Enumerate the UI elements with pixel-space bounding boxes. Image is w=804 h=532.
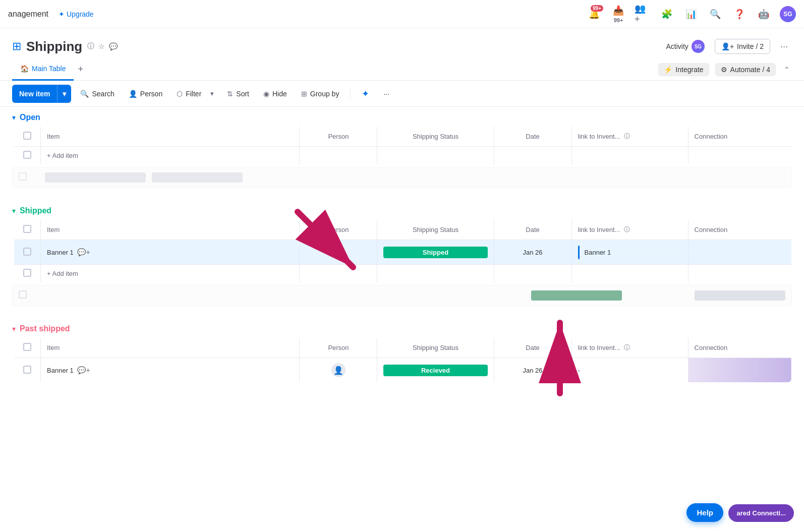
notifications-icon[interactable]: 🔔 99+ <box>586 6 602 22</box>
shipped-banner1-person[interactable]: 👤 <box>300 240 377 265</box>
home-icon: 🏠 <box>20 65 29 73</box>
top-bar-left: anagement ✦ Upgrade <box>8 8 98 20</box>
shipped-add-connection <box>688 265 791 283</box>
sort-button[interactable]: ⇅ Sort <box>222 85 254 103</box>
open-header-row: Item Person Shipping Status Date link to… <box>13 127 792 147</box>
shipped-banner1-status[interactable]: Shipped <box>377 240 494 265</box>
invite-icon: 👤+ <box>721 42 734 50</box>
automate-button[interactable]: ⚙ Automate / 4 <box>715 63 776 76</box>
shipped-banner1-item[interactable]: Banner 1 💬+ <box>41 240 300 265</box>
activity-button[interactable]: Activity SG <box>662 38 709 55</box>
shipped-banner1-checkbox-cell <box>13 240 41 265</box>
shipped-link-info-icon[interactable]: ⓘ <box>624 225 630 234</box>
past-shipped-chevron-icon[interactable]: ▾ <box>12 325 16 333</box>
group-past-shipped: ▾ Past shipped Item Person Shipping Stat… <box>0 318 804 383</box>
star-icon[interactable]: ☆ <box>98 42 105 50</box>
past-shipped-banner1-date[interactable]: Jan 26 <box>494 358 571 383</box>
new-item-button[interactable]: New item ▾ <box>12 85 71 103</box>
open-link-header: link to Invent... ⓘ <box>571 127 688 147</box>
open-add-item-label[interactable]: + Add item <box>41 147 300 165</box>
shipped-add-checkbox[interactable] <box>23 269 31 277</box>
past-shipped-person-header: Person <box>300 338 377 358</box>
board-title-area: ⊞ Shipping ⓘ ☆ 💬 <box>12 39 118 54</box>
person-button[interactable]: 👤 Person <box>124 85 167 103</box>
more-toolbar-button[interactable]: ··· <box>378 85 394 103</box>
open-select-all-checkbox[interactable] <box>23 132 31 140</box>
filter-dropdown-arrow[interactable]: ▾ <box>206 87 218 100</box>
help-button[interactable]: Help <box>686 503 723 522</box>
hide-button[interactable]: ◉ Hide <box>258 85 292 103</box>
more-options-button[interactable]: ··· <box>776 39 792 54</box>
top-bar-right: 🔔 99+ 📥 99+ 👥+ 🧩 📊 🔍 ❓ 🤖 SG <box>586 6 796 22</box>
invite-button[interactable]: 👤+ Invite / 2 <box>715 39 770 54</box>
hide-icon: ◉ <box>263 90 269 98</box>
past-shipped-banner1-checkbox[interactable] <box>23 366 31 374</box>
org-chart-icon[interactable]: 📊 <box>683 6 699 22</box>
shipped-add-item-row[interactable]: + Add item <box>13 265 792 283</box>
shipped-banner1-date[interactable]: Jan 26 <box>494 240 571 265</box>
past-shipped-status-header: Shipping Status <box>377 338 494 358</box>
shipped-person-header: Person <box>300 220 377 240</box>
ai-button[interactable]: ✦ <box>357 85 374 103</box>
search-icon[interactable]: 🔍 <box>707 6 723 22</box>
past-shipped-banner1-link[interactable]: - <box>571 358 688 383</box>
shipped-checkbox-header <box>13 220 41 240</box>
new-item-main[interactable]: New item <box>12 85 57 103</box>
inbox-icon[interactable]: 📥 99+ <box>610 6 626 22</box>
filter-button[interactable]: ⬡ Filter <box>171 85 206 103</box>
shipped-banner1-chat-icon[interactable]: 💬+ <box>77 248 90 256</box>
help-icon[interactable]: ❓ <box>731 6 748 22</box>
integrate-button[interactable]: ⚡ Integrate <box>658 63 709 76</box>
shipped-add-person <box>300 265 377 283</box>
past-shipped-date-header: Date <box>494 338 571 358</box>
group-open: ▾ Open Item Person Shipping Status Date … <box>0 107 804 188</box>
shipped-group-title: Shipped <box>20 206 51 215</box>
past-shipped-banner1-connection <box>688 358 791 383</box>
past-shipped-banner1-chat-icon[interactable]: 💬+ <box>77 366 90 374</box>
open-ghost-row <box>12 167 792 188</box>
shipped-banner1-link[interactable]: Banner 1 <box>571 240 688 265</box>
main-table-tab[interactable]: 🏠 Main Table <box>12 58 74 81</box>
info-icon[interactable]: ⓘ <box>87 42 94 51</box>
past-shipped-banner1-status[interactable]: Recieved <box>377 358 494 383</box>
open-add-row-checkbox[interactable] <box>23 151 31 159</box>
open-add-item-row[interactable]: + Add item <box>13 147 792 165</box>
brand-name: anagement <box>8 10 48 19</box>
open-group-header[interactable]: ▾ Open <box>0 107 804 126</box>
shipped-banner1-checkbox[interactable] <box>23 248 31 256</box>
past-shipped-banner1-item[interactable]: Banner 1 💬+ <box>41 358 300 383</box>
group-by-button[interactable]: ⊞ Group by <box>296 85 344 103</box>
ai-icon[interactable]: 🤖 <box>756 6 772 22</box>
share-icon[interactable]: 💬 <box>109 42 118 50</box>
shipped-table-wrapper: Item Person Shipping Status Date link to… <box>0 219 804 283</box>
apps-icon[interactable]: 🧩 <box>659 6 675 22</box>
past-shipped-banner1-person[interactable]: 👤 <box>300 358 377 383</box>
main-table-label: Main Table <box>32 65 66 73</box>
past-shipped-banner1-row[interactable]: Banner 1 💬+ 👤 Recieved Jan 26 - <box>13 358 792 383</box>
upgrade-button[interactable]: ✦ Upgrade <box>54 8 98 20</box>
open-table: Item Person Shipping Status Date link to… <box>12 126 792 165</box>
shipped-header-row: Item Person Shipping Status Date link to… <box>13 220 792 240</box>
past-shipped-link-info-icon[interactable]: ⓘ <box>624 343 630 352</box>
shipped-select-all-checkbox[interactable] <box>23 225 31 233</box>
shared-connection-button[interactable]: ared Connecti... <box>728 504 794 522</box>
add-user-icon[interactable]: 👥+ <box>635 6 651 22</box>
shipped-table: Item Person Shipping Status Date link to… <box>12 219 792 283</box>
shipped-ghost-link-bar <box>695 290 785 301</box>
shipped-link-header: link to Invent... ⓘ <box>571 220 688 240</box>
shipped-ghost-status-bar <box>531 290 622 301</box>
shipped-banner1-row[interactable]: Banner 1 💬+ 👤 Shipped Jan 26 Banner 1 <box>13 240 792 265</box>
open-link-info-icon[interactable]: ⓘ <box>624 132 630 141</box>
past-shipped-group-header[interactable]: ▾ Past shipped <box>0 318 804 337</box>
collapse-button[interactable]: ⌃ <box>782 64 792 76</box>
shipped-add-item-label[interactable]: + Add item <box>41 265 300 283</box>
search-button[interactable]: 🔍 Search <box>75 85 119 103</box>
add-tab-button[interactable]: + <box>74 64 87 75</box>
shipped-group-header[interactable]: ▾ Shipped <box>0 200 804 219</box>
open-chevron-icon[interactable]: ▾ <box>12 113 16 122</box>
past-shipped-select-all-checkbox[interactable] <box>23 343 31 351</box>
shipped-chevron-icon[interactable]: ▾ <box>12 207 16 215</box>
new-item-dropdown[interactable]: ▾ <box>57 85 71 103</box>
automate-icon: ⚙ <box>721 66 727 74</box>
user-avatar[interactable]: SG <box>780 6 796 22</box>
